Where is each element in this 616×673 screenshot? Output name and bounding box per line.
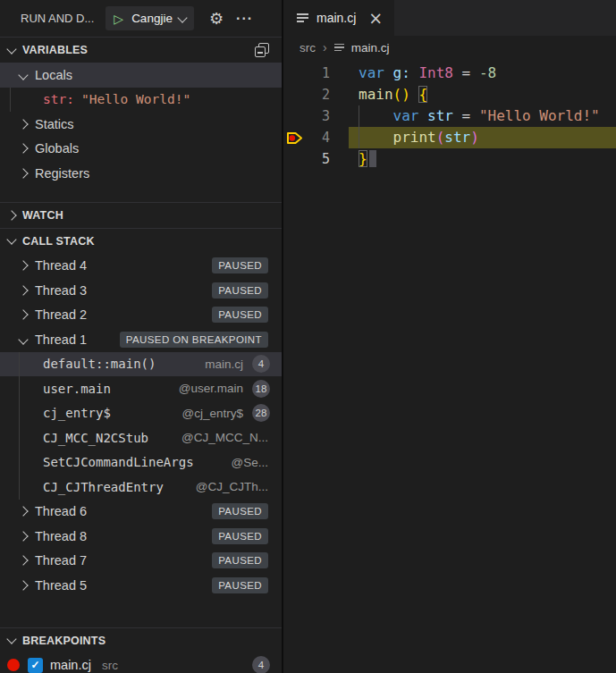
stack-frame-row[interactable]: user.main@user.main18 [0,376,282,401]
thread-row[interactable]: Thread 6PAUSED [0,500,282,525]
code-line-5[interactable]: 5} [283,148,616,170]
breakpoint-checkbox[interactable]: ✓ [28,658,43,673]
thread-row[interactable]: Thread 7PAUSED [0,549,282,574]
stack-frame-row[interactable]: cj_entry$@cj_entry$28 [0,401,282,426]
code-line-1[interactable]: 1var g: Int8 = -8 [283,63,616,84]
chevron-down-icon[interactable] [18,334,28,344]
row-globals[interactable]: Globals [0,137,282,162]
frame-line-badge: 18 [252,380,270,398]
chevron-right-icon[interactable] [18,261,28,271]
chevron-right-icon[interactable] [18,144,28,154]
chevron-down-icon[interactable] [18,70,28,80]
thread-label: Thread 5 [35,578,87,593]
gutter[interactable]: 1 [283,63,349,84]
line-content[interactable]: main() { [349,84,616,105]
code-token: -8 [479,64,496,81]
chevron-down-icon[interactable] [6,44,16,54]
breadcrumb-folder[interactable]: src [300,41,316,55]
launch-config-label: Cangjie [131,12,173,25]
chevron-down-icon [177,13,187,22]
file-icon [297,13,308,22]
stack-frame-row[interactable]: CJ_MCC_N2CStub@CJ_MCC_N... [0,425,282,450]
breadcrumb: src › main.cj [283,36,616,59]
line-content[interactable]: print(str) [349,127,616,148]
gear-icon[interactable]: ⚙ [209,9,224,28]
code-token: print [393,129,436,146]
chevron-down-icon[interactable] [6,234,16,244]
call-stack-section-header[interactable]: CALL STACK [0,229,282,254]
row-locals[interactable]: Locals [0,63,282,88]
code-token: str [427,107,453,124]
stack-frame-row[interactable]: default::main()main.cj4 [0,352,282,377]
section-call-stack: CALL STACK Thread 4PAUSEDThread 3PAUSEDT… [0,228,282,598]
thread-row[interactable]: Thread 1PAUSED ON BREAKPOINT [0,327,282,352]
globals-label: Globals [35,141,79,156]
chevron-down-icon[interactable] [6,634,16,644]
line-content[interactable]: var str = "Hello World!" [349,105,616,127]
chevron-right-icon[interactable] [18,168,28,178]
chevron-right-icon[interactable] [18,580,28,590]
gutter[interactable]: 4 [283,127,349,148]
breakpoints-title: BREAKPOINTS [22,635,105,647]
chevron-right-icon[interactable] [18,285,28,295]
line-number: 1 [310,63,330,84]
chevron-right-icon[interactable] [18,119,28,129]
code-token: var [359,64,393,81]
code-token: () [393,86,410,103]
thread-row[interactable]: Thread 4PAUSED [0,254,282,279]
run-debug-sidebar: RUN AND D... ▷ Cangjie ⚙ ··· VARIABLES L… [0,0,283,673]
code-line-3[interactable]: 3 var str = "Hello World!" [283,105,616,127]
collapse-all-icon[interactable] [255,43,269,57]
locals-label: Locals [35,68,72,82]
line-number: 2 [310,84,330,105]
code-line-2[interactable]: 2main() { [283,84,616,105]
code-token: = [462,107,471,124]
code-token: ( [436,129,445,146]
variables-section-header[interactable]: VARIABLES [0,38,282,63]
row-registers[interactable]: Registers [0,161,282,186]
code-line-4[interactable]: 4 print(str) [283,127,616,148]
line-content[interactable]: } [349,148,616,170]
code-token [410,86,419,103]
code-token: ) [470,129,479,146]
breakpoint-count-badge: 4 [252,656,270,673]
thread-row[interactable]: Thread 5PAUSED [0,573,282,598]
gutter[interactable]: 2 [283,84,349,105]
launch-config-dropdown[interactable]: ▷ Cangjie [105,6,194,30]
row-statics[interactable]: Statics [0,112,282,137]
more-actions-icon[interactable]: ··· [236,11,253,27]
stack-frame-row[interactable]: SetCJCommandLineArgs@Se... [0,450,282,475]
stack-frame-row[interactable]: CJ_CJThreadEntry@CJ_CJTh... [0,475,282,500]
variables-title: VARIABLES [22,44,88,56]
thread-row[interactable]: Thread 3PAUSED [0,278,282,303]
breakpoint-row[interactable]: ✓ main.cj src 4 [0,653,282,673]
tab-label: main.cj [316,11,356,25]
chevron-right-icon[interactable] [18,310,28,320]
gutter[interactable]: 5 [283,148,349,170]
gutter[interactable]: 3 [283,105,349,127]
chevron-right-icon[interactable] [18,556,28,566]
tab-main-cj[interactable]: main.cj × [283,0,394,36]
thread-row[interactable]: Thread 8PAUSED [0,524,282,549]
chevron-right-icon[interactable] [6,210,16,220]
close-icon[interactable]: × [368,10,383,27]
frame-name: cj_entry$ [43,406,111,420]
variable-row[interactable]: str: "Hello World!" [0,88,282,113]
line-content[interactable]: var g: Int8 = -8 [349,63,616,84]
threads-bottom: Thread 6PAUSEDThread 8PAUSEDThread 7PAUS… [0,500,282,598]
code-token: str [444,129,470,146]
gutter-glyph[interactable] [283,131,310,145]
paused-badge: PAUSED [212,307,268,323]
code-area[interactable]: 1var g: Int8 = -82main() {3 var str = "H… [283,59,616,673]
thread-row[interactable]: Thread 2PAUSED [0,303,282,328]
breadcrumb-file[interactable]: main.cj [351,41,390,55]
section-breakpoints: BREAKPOINTS ✓ main.cj src 4 [0,627,282,673]
variable-value: "Hello World!" [81,92,190,106]
breakpoints-section-header[interactable]: BREAKPOINTS [0,628,282,653]
tab-bar: main.cj × [283,0,616,36]
chevron-right-icon[interactable] [18,531,28,541]
watch-section-header[interactable]: WATCH [0,203,282,228]
chevron-right-icon[interactable] [18,507,28,517]
start-debug-icon[interactable]: ▷ [114,13,123,25]
line-number: 5 [310,148,330,170]
